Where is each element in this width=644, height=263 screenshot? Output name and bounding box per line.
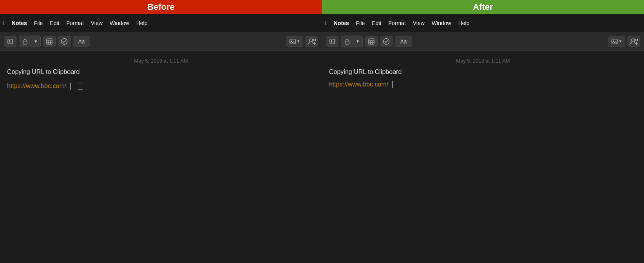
after-checklist-button[interactable] [380, 36, 393, 47]
toolbar-right: ▾ [286, 36, 318, 47]
svg-point-10 [309, 39, 313, 42]
svg-rect-2 [47, 39, 52, 44]
before-label: Before [0, 0, 322, 14]
after-menu-view[interactable]: View [410, 19, 428, 27]
before-timestamp: May 5, 2019 at 1:11 AM [0, 51, 322, 68]
after-new-note-button[interactable] [326, 36, 338, 47]
before-content: May 5, 2019 at 1:11 AM Copying URL to Cl… [0, 51, 322, 263]
menu-edit[interactable]: Edit [47, 19, 62, 27]
after-note-title: Copying URL to Clipboard [322, 68, 644, 76]
before-panel: Before  Notes File Edit Format View Win… [0, 0, 322, 263]
svg-point-9 [291, 40, 292, 41]
after-timestamp: May 5, 2019 at 1:11 AM [322, 51, 644, 68]
after-note-url: https://www.bbc.com/ [322, 81, 644, 88]
svg-rect-14 [330, 39, 335, 44]
svg-point-21 [384, 38, 389, 44]
after-content: May 5, 2019 at 1:11 AM Copying URL to Cl… [322, 51, 644, 263]
before-menubar:  Notes File Edit Format View Window Hel… [0, 14, 322, 32]
checklist-button[interactable] [58, 36, 71, 47]
after-menu-file[interactable]: File [353, 19, 368, 27]
collaborator-button[interactable] [306, 36, 318, 47]
svg-point-11 [314, 39, 316, 41]
after-lock-chevron-icon[interactable]: ▾ [353, 36, 362, 47]
new-note-button[interactable] [4, 36, 16, 47]
after-media-dropdown-icon: ▾ [619, 39, 622, 44]
menu-format[interactable]: Format [63, 19, 87, 27]
before-note-url: https://www.bbc.com/ ⌶ [0, 81, 322, 91]
before-toolbar: ▾ Aa [0, 32, 322, 51]
after-url-text: https://www.bbc.com/ [329, 81, 388, 88]
after-media-button[interactable]: ▾ [608, 36, 625, 47]
menu-file[interactable]: File [31, 19, 46, 27]
after-menubar:  Notes File Edit Format View Window Hel… [322, 14, 644, 32]
after-format-label: Aa [400, 38, 407, 45]
before-ibeam-cursor-icon: ⌶ [78, 81, 83, 91]
media-button[interactable]: ▾ [286, 36, 303, 47]
after-collaborator-button[interactable] [628, 36, 640, 47]
before-text-cursor [70, 83, 71, 90]
after-table-button[interactable] [365, 36, 378, 47]
before-note-title: Copying URL to Clipboard [0, 68, 322, 76]
svg-rect-16 [369, 39, 374, 44]
format-button[interactable]: Aa [73, 36, 90, 47]
after-menu-edit[interactable]: Edit [369, 19, 384, 27]
lock-chevron-icon[interactable]: ▾ [31, 36, 40, 47]
svg-point-25 [636, 39, 638, 41]
svg-point-24 [631, 39, 635, 42]
after-toolbar: ▾ Aa [322, 32, 644, 51]
menu-help[interactable]: Help [133, 19, 151, 27]
menu-view[interactable]: View [88, 19, 106, 27]
before-url-text: https://www.bbc.com/ [7, 83, 66, 90]
after-menu-window[interactable]: Window [429, 19, 454, 27]
svg-point-23 [613, 40, 614, 41]
after-format-button[interactable]: Aa [395, 36, 412, 47]
after-menu-help[interactable]: Help [455, 19, 473, 27]
after-apple-logo-icon:  [325, 20, 327, 27]
lock-button-group[interactable]: ▾ [19, 36, 41, 47]
after-toolbar-right: ▾ [608, 36, 640, 47]
after-label: After [322, 0, 644, 14]
after-menu-format[interactable]: Format [385, 19, 409, 27]
after-lock-button[interactable] [341, 36, 353, 47]
svg-rect-0 [8, 39, 13, 44]
svg-rect-15 [345, 41, 349, 44]
after-lock-button-group[interactable]: ▾ [341, 36, 363, 47]
before-label-text: Before [147, 2, 175, 12]
svg-point-7 [62, 38, 67, 44]
after-label-text: After [473, 2, 493, 12]
lock-button[interactable] [19, 36, 31, 47]
media-dropdown-icon: ▾ [297, 39, 300, 44]
format-label: Aa [78, 38, 85, 45]
menu-notes[interactable]: Notes [9, 19, 30, 27]
apple-logo-icon:  [3, 20, 5, 27]
after-menu-notes[interactable]: Notes [331, 19, 352, 27]
table-button[interactable] [43, 36, 56, 47]
after-panel: After  Notes File Edit Format View Wind… [322, 0, 644, 263]
after-text-cursor [392, 81, 393, 88]
svg-rect-1 [23, 41, 27, 44]
menu-window[interactable]: Window [107, 19, 132, 27]
